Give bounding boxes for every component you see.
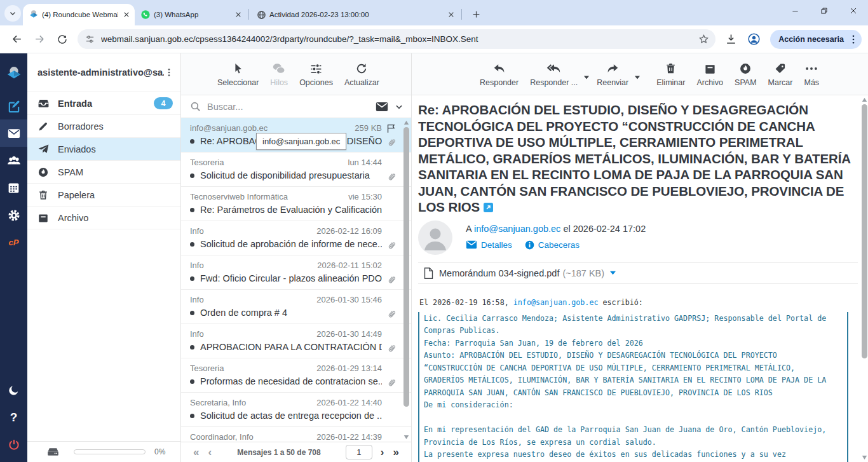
attachment-menu-icon[interactable] [609, 270, 616, 276]
delete-button[interactable]: Eliminar [651, 61, 691, 87]
options-button[interactable]: Opciones [294, 61, 339, 87]
compose-button[interactable] [0, 92, 27, 119]
window-minimize-button[interactable] [780, 0, 810, 22]
profile-avatar-icon[interactable] [743, 29, 764, 50]
dark-mode-button[interactable] [0, 376, 27, 404]
folder-entrada[interactable]: Entrada 4 [27, 92, 180, 114]
forward-menu-icon[interactable] [634, 69, 642, 80]
reply-all-button[interactable]: Responder ... [524, 61, 583, 87]
flag-icon[interactable] [386, 123, 397, 134]
unread-bullet-icon[interactable] [190, 379, 194, 384]
account-header[interactable]: asistente-administrativo@sa... [27, 53, 180, 92]
unread-bullet-icon[interactable] [190, 242, 194, 247]
window-restore-button[interactable] [810, 0, 839, 22]
unread-bullet-icon[interactable] [190, 276, 194, 281]
message-row[interactable]: Tesorerialun 14:44Solicitud de disponibi… [181, 153, 411, 187]
new-tab-button[interactable] [468, 6, 484, 22]
message-row[interactable]: Tecnoserviweb Informáticavie 15:30Re: Pa… [181, 187, 411, 221]
account-menu-icon[interactable] [164, 67, 174, 78]
refresh-button[interactable]: Actualizar [339, 61, 385, 87]
mail-nav-button[interactable] [0, 119, 27, 147]
message-row[interactable]: Secretaria, Info2026-01-22 14:40Solicitu… [181, 393, 411, 427]
recipient-address-link[interactable]: info@sanjuan.gob.ec [474, 224, 560, 234]
page-number-input[interactable]: 1 [346, 445, 372, 459]
tab-close-icon[interactable] [446, 10, 456, 20]
attachment-row[interactable]: Memorándum 034-signed.pdf (~187 KB) [418, 262, 858, 284]
archive-button[interactable]: Archivo [691, 61, 729, 87]
search-options-chevron-icon[interactable] [395, 102, 403, 111]
search-scope-mail-icon[interactable] [376, 102, 388, 112]
mark-button[interactable]: Marcar [763, 61, 799, 87]
reply-button[interactable]: Responder [474, 61, 524, 87]
scroll-up-icon[interactable] [862, 95, 867, 104]
scroll-down-icon[interactable] [862, 453, 867, 462]
folder-label: SPAM [58, 167, 173, 177]
forward-button[interactable]: Reenviar [591, 61, 634, 87]
scroll-down-icon[interactable] [403, 433, 409, 442]
site-settings-icon[interactable] [85, 34, 95, 44]
more-button[interactable]: Más [798, 61, 825, 87]
cpanel-nav-button[interactable]: cP [0, 229, 27, 256]
quoted-sender-link[interactable]: info@sanjuan.gob.ec [513, 298, 599, 307]
download-icon[interactable] [721, 29, 741, 50]
unread-bullet-icon[interactable] [190, 208, 194, 212]
list-scrollbar[interactable] [402, 118, 410, 442]
message-subject: Solicitud de actas de entrega recepcion … [200, 411, 382, 421]
message-row[interactable]: Info2026-02-11 15:02Fwd: Oficio Circular… [181, 255, 411, 290]
message-row[interactable]: Info2026-01-30 14:49APROBACION PARA LA C… [181, 324, 411, 358]
unread-bullet-icon[interactable] [190, 139, 194, 144]
reader-scrollbar[interactable] [860, 95, 868, 462]
first-page-button[interactable]: « [189, 447, 203, 458]
unread-bullet-icon[interactable] [190, 311, 194, 315]
settings-nav-button[interactable] [0, 201, 27, 229]
help-button[interactable]: ? [0, 404, 27, 431]
unread-bullet-icon[interactable] [190, 173, 194, 178]
tab-close-icon[interactable] [233, 10, 243, 20]
threads-button[interactable]: Hilos [264, 61, 294, 87]
back-button[interactable] [6, 29, 27, 50]
next-page-button[interactable]: › [376, 447, 389, 458]
contacts-nav-button[interactable] [0, 147, 27, 174]
search-input[interactable]: Buscar... [207, 102, 376, 112]
folder-papelera[interactable]: Papelera [27, 183, 180, 206]
external-link-icon[interactable] [484, 203, 493, 212]
tab-whatsapp[interactable]: (3) WhatsApp [135, 4, 247, 25]
cursor-icon [232, 61, 245, 76]
action-needed-button[interactable]: Acción necesaria [770, 30, 862, 49]
window-close-button[interactable] [839, 0, 868, 22]
select-button[interactable]: Seleccionar [212, 61, 264, 87]
url-text[interactable]: webmail.sanjuan.gob.ec/cpsess1364244002/… [101, 34, 698, 44]
folder-archivo[interactable]: Archivo [27, 206, 180, 229]
scroll-up-icon[interactable] [403, 118, 409, 127]
bookmark-star-icon[interactable] [698, 34, 709, 44]
url-field[interactable]: webmail.sanjuan.gob.ec/cpsess1364244002/… [78, 29, 715, 49]
unread-bullet-icon[interactable] [190, 414, 194, 418]
tab-close-icon[interactable] [121, 10, 131, 20]
spam-button[interactable]: SPAM [729, 61, 763, 87]
attachment-name[interactable]: Memorándum 034-signed.pdf [439, 268, 559, 278]
tab-roundcube[interactable]: (4) Roundcube Webmail :: Envia [23, 4, 135, 25]
folder-borradores[interactable]: Borradores [27, 114, 180, 137]
message-row[interactable]: Tesoreria2026-01-29 13:14Proformas de ne… [181, 358, 411, 393]
logout-button[interactable] [0, 431, 27, 458]
unread-bullet-icon[interactable] [190, 345, 194, 350]
folder-spam[interactable]: SPAM [27, 160, 180, 183]
calendar-nav-button[interactable] [0, 174, 27, 201]
scrollbar-thumb[interactable] [862, 104, 867, 358]
tab-actividad[interactable]: Actividad 2026-02-23 13:00:00 [251, 4, 459, 25]
forward-button[interactable] [29, 29, 50, 50]
message-row[interactable]: Coordinador, Info2026-01-22 14:39 [181, 427, 411, 442]
tab-search-button[interactable] [4, 5, 21, 22]
search-bar[interactable]: Buscar... [181, 95, 411, 118]
headers-toggle[interactable]: Cabeceras [525, 240, 580, 250]
message-row[interactable]: Info2026-02-12 16:09Solicitud de aprobac… [181, 221, 411, 255]
scrollbar-thumb[interactable] [403, 127, 409, 407]
message-row[interactable]: Info2026-01-30 15:46Orden de compra # 4 [181, 290, 411, 324]
folder-enviados[interactable]: Enviados [27, 137, 180, 160]
last-page-button[interactable]: » [389, 447, 403, 458]
details-toggle[interactable]: Detalles [466, 240, 512, 250]
reload-button[interactable] [52, 29, 72, 50]
browser-menu-icon[interactable] [848, 34, 859, 45]
prev-page-button[interactable]: ‹ [203, 447, 216, 458]
reply-all-menu-icon[interactable] [583, 69, 591, 80]
